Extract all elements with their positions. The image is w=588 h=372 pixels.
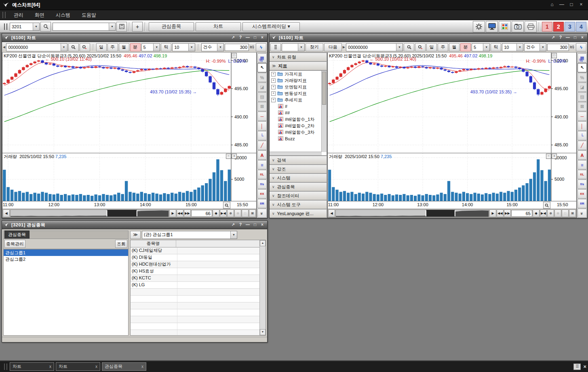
page-button-1[interactable]: 1 bbox=[542, 22, 552, 32]
fibo-r-tool-icon[interactable]: f/R bbox=[577, 199, 587, 208]
sidebar-section-강조[interactable]: ∨강조 bbox=[270, 165, 327, 173]
bar-position-input[interactable] bbox=[191, 210, 212, 217]
chevron-down-icon[interactable]: ▼ bbox=[483, 44, 489, 51]
pane-close-icon[interactable]: × bbox=[552, 154, 557, 159]
menu-item-시스템[interactable]: 시스템 bbox=[50, 11, 76, 19]
fit-icon[interactable]: ◆ bbox=[213, 209, 219, 217]
hsegment-tool-icon[interactable]: ─ bbox=[577, 112, 587, 121]
tree-item-#[interactable]: # bbox=[270, 103, 322, 110]
tick-combo[interactable]: 10▼ bbox=[172, 43, 195, 51]
go-end-icon[interactable]: ▶◀ bbox=[540, 209, 547, 217]
tick-button[interactable]: 틱 bbox=[161, 43, 171, 51]
tree-folder-추세지표[interactable]: +추세지표 bbox=[270, 97, 322, 103]
screen-button-3[interactable]: 시스템트레이딩 ▾ bbox=[242, 22, 300, 31]
fibo-l-tool-icon[interactable]: f/L bbox=[257, 170, 267, 179]
minimize-button[interactable]: — bbox=[557, 2, 566, 8]
help-icon[interactable]: ? bbox=[237, 222, 244, 228]
range-navigator[interactable] bbox=[335, 209, 489, 217]
multi-line-tool-icon[interactable]: ≡ bbox=[257, 160, 267, 169]
group-row-관심그룹1[interactable]: 관심그룹1 bbox=[4, 249, 128, 256]
menu-item-관리[interactable]: 관리 bbox=[8, 11, 29, 19]
period-week-button[interactable]: 주 bbox=[107, 43, 118, 51]
table-row[interactable]: (K) HDC현대산업가 bbox=[131, 261, 260, 268]
zoom-area-icon[interactable]: □ bbox=[562, 209, 569, 217]
multi-line-tool-icon[interactable]: ≡ bbox=[577, 160, 587, 169]
zoom-reset-icon[interactable]: ⊠ bbox=[249, 209, 256, 217]
tick-combo[interactable]: 10▼ bbox=[502, 43, 523, 51]
window-close-button[interactable]: × bbox=[259, 222, 266, 228]
indicator-find-combo[interactable]: ▼ bbox=[282, 43, 305, 51]
zoom-in-icon[interactable]: ⊕ bbox=[547, 209, 554, 217]
group-combo[interactable]: (관) 관심그룹1▼ bbox=[142, 231, 237, 239]
layout-grid-icon[interactable] bbox=[499, 21, 511, 32]
volume-pane[interactable]: 거래량 2025/10/02 15:50 7,235 −× 100005000 bbox=[2, 153, 256, 201]
zoom-reset-icon[interactable]: ⊠ bbox=[569, 209, 576, 217]
zoom-in-icon[interactable]: ⊕ bbox=[227, 209, 234, 217]
chevron-down-icon[interactable]: ▼ bbox=[109, 23, 115, 30]
sidebar-section-관심종목[interactable]: ∨관심종목 bbox=[270, 182, 327, 191]
minute-combo[interactable]: 5▼ bbox=[472, 43, 490, 51]
percent-tool-icon[interactable]: % bbox=[257, 73, 267, 82]
chevron-down-icon[interactable]: ▼ bbox=[188, 44, 195, 51]
page-right-icon[interactable]: ▶▶ bbox=[184, 209, 191, 217]
window-minimize-button[interactable]: — bbox=[565, 35, 571, 40]
screen-code-combo[interactable]: 3201▼ bbox=[10, 23, 40, 31]
page-left-icon[interactable]: ◀◀ bbox=[497, 209, 504, 217]
screen-button-2[interactable]: 차트 bbox=[196, 22, 241, 31]
expand-plus-icon[interactable]: + bbox=[271, 85, 276, 89]
stack-icon[interactable] bbox=[270, 43, 281, 51]
taskbar-tab-관심종목[interactable]: 관심종목x bbox=[102, 362, 146, 371]
tree-item-#배열함수_2차[interactable]: #배열함수_2차 bbox=[270, 123, 322, 129]
price-pane[interactable]: KP200 선물연결 단순이동평균3 (5,20,60) 2025/10/02 … bbox=[328, 53, 576, 153]
trend-line-tool-icon[interactable]: ╱ bbox=[577, 141, 587, 150]
refresh-bolt-icon[interactable]: ϟ bbox=[576, 43, 586, 51]
popout-icon[interactable]: ↗ bbox=[550, 35, 556, 40]
tab-watchlist[interactable]: 관심종목 bbox=[4, 230, 30, 239]
collapse-arrow-icon[interactable]: ◀ bbox=[3, 45, 5, 49]
pane-minimize-icon[interactable]: − bbox=[546, 154, 551, 159]
fibo-x-tool-icon[interactable]: f/X bbox=[257, 189, 267, 199]
text-tool-icon[interactable]: A bbox=[257, 150, 267, 160]
zoom-out-icon[interactable]: ⊖ bbox=[234, 209, 241, 217]
task-list-icon[interactable]: ☰ bbox=[573, 364, 581, 370]
zoom-area-icon[interactable]: □ bbox=[242, 209, 249, 217]
percent-tool-icon[interactable]: % bbox=[577, 73, 587, 82]
vsegment-tool-icon[interactable]: │ bbox=[577, 121, 587, 131]
tree-item-#배열함수_3차[interactable]: #배열함수_3차 bbox=[270, 129, 322, 135]
menu-item-화면[interactable]: 화면 bbox=[29, 11, 50, 19]
page-button-3[interactable]: 3 bbox=[565, 22, 575, 32]
tree-item-Buzz[interactable]: Buzz bbox=[270, 135, 322, 142]
eraser-tool-icon[interactable]: ◪ bbox=[577, 82, 587, 92]
tree-horizontal-scrollbar[interactable] bbox=[270, 152, 322, 155]
expand-plus-icon[interactable]: + bbox=[271, 98, 276, 102]
count-combo[interactable]: 건수▼ bbox=[201, 43, 224, 51]
expand-plus-icon[interactable]: + bbox=[271, 91, 276, 96]
step-line-tool-icon[interactable]: └ bbox=[577, 131, 587, 140]
pane-restore-icon[interactable]: □ bbox=[232, 53, 237, 58]
brush-tool-icon[interactable]: ▨ bbox=[257, 92, 267, 101]
fibo-l-tool-icon[interactable]: f/L bbox=[577, 170, 587, 179]
sidebar-section-시스템 도구[interactable]: ∨시스템 도구 bbox=[270, 200, 327, 209]
screen-button-1[interactable]: 관심종목 bbox=[149, 22, 194, 31]
chevron-down-icon[interactable]: ▼ bbox=[153, 44, 160, 51]
fibo-r-tool-icon[interactable]: f/R bbox=[257, 199, 267, 208]
expand-plus-icon[interactable]: + bbox=[271, 78, 276, 83]
help-icon[interactable]: ? bbox=[557, 35, 564, 40]
camera-icon[interactable] bbox=[512, 21, 524, 32]
period-minute-button[interactable]: 분 bbox=[460, 43, 471, 51]
search-button[interactable] bbox=[40, 22, 51, 32]
minute-combo[interactable]: 5▼ bbox=[141, 43, 160, 51]
menu-item-도움말[interactable]: 도움말 bbox=[76, 11, 102, 19]
period-week-button[interactable]: 주 bbox=[438, 43, 448, 51]
tab-close-icon[interactable]: x bbox=[45, 364, 51, 369]
volume-pane[interactable]: 거래량 2025/10/02 15:50 7,235 −× 100005000 bbox=[328, 153, 576, 201]
monitor-icon[interactable] bbox=[486, 21, 498, 32]
popout-icon[interactable]: ↗ bbox=[230, 35, 236, 40]
tree-item-##[interactable]: ## bbox=[270, 110, 322, 116]
tree-folder-변동성지표[interactable]: +변동성지표 bbox=[270, 90, 322, 97]
period-month-button[interactable]: 월 bbox=[119, 43, 129, 51]
page-left-icon[interactable]: ◀◀ bbox=[177, 209, 183, 217]
tree-folder-거래량지표[interactable]: +거래량지표 bbox=[270, 77, 322, 84]
symbol-combo[interactable]: 00000000▼ bbox=[6, 43, 67, 51]
window-titlebar[interactable]: [3201] 관심종목 ↗ ? — □ × bbox=[2, 221, 267, 229]
